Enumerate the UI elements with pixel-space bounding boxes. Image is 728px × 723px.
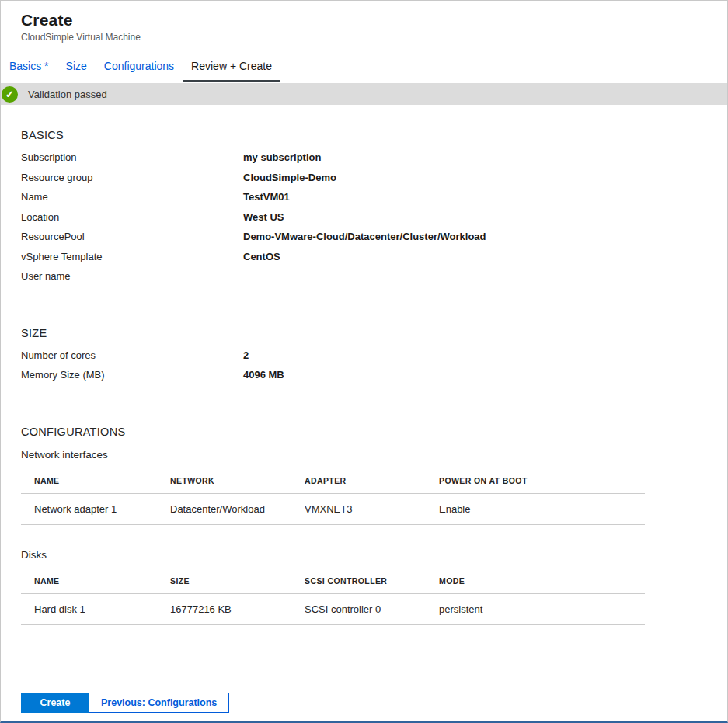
previous-configurations-button[interactable]: Previous: Configurations <box>89 693 229 713</box>
column-header-size: SIZE <box>157 565 291 594</box>
kv-label: Name <box>21 191 243 203</box>
kv-row-vsphere-template: vSphere Template CentOS <box>21 251 707 271</box>
size-list: Number of cores 2 Memory Size (MB) 4096 … <box>21 349 707 389</box>
cell-network: Datacenter/Workload <box>157 493 291 524</box>
cell-disk-mode: persistent <box>426 593 645 624</box>
tab-size[interactable]: Size <box>57 53 96 82</box>
kv-label: Location <box>21 211 243 223</box>
network-interfaces-table: NAME NETWORK ADAPTER POWER ON AT BOOT Ne… <box>21 465 645 525</box>
section-heading-configurations: CONFIGURATIONS <box>21 426 707 438</box>
kv-label: ResourcePool <box>21 231 243 242</box>
review-content: BASICS Subscription my subscription Reso… <box>1 129 727 625</box>
kv-label: Memory Size (MB) <box>21 369 243 381</box>
table-header-row: NAME NETWORK ADAPTER POWER ON AT BOOT <box>21 465 645 494</box>
kv-row-name: Name TestVM01 <box>21 191 707 211</box>
column-header-power-on-at-boot: POWER ON AT BOOT <box>426 465 645 494</box>
kv-value: my subscription <box>243 151 321 163</box>
kv-row-number-of-cores: Number of cores 2 <box>21 349 707 370</box>
create-blade: Create CloudSimple Virtual Machine Basic… <box>0 0 728 723</box>
tab-review-create[interactable]: Review + Create <box>183 53 280 82</box>
kv-value: West US <box>243 211 284 223</box>
column-header-adapter: ADAPTER <box>291 465 426 494</box>
kv-row-resourcepool: ResourcePool Demo-VMware-Cloud/Datacente… <box>21 231 707 251</box>
cell-adapter-type: VMXNET3 <box>291 493 426 524</box>
validation-banner: ✓ Validation passed <box>1 83 727 105</box>
checkmark-icon: ✓ <box>2 86 18 103</box>
table-row: Hard disk 1 16777216 KB SCSI controller … <box>21 593 645 624</box>
tab-basics[interactable]: Basics * <box>1 53 57 82</box>
section-heading-size: SIZE <box>21 327 707 339</box>
create-button[interactable]: Create <box>21 693 89 713</box>
cell-adapter-name: Network adapter 1 <box>21 493 157 524</box>
table-row: Network adapter 1 Datacenter/Workload VM… <box>21 493 645 524</box>
kv-row-memory-size: Memory Size (MB) 4096 MB <box>21 369 707 389</box>
page-subtitle: CloudSimple Virtual Machine <box>21 32 727 43</box>
tab-bar: Basics * Size Configurations Review + Cr… <box>1 53 727 82</box>
cell-disk-size: 16777216 KB <box>157 593 291 624</box>
blade-header: Create CloudSimple Virtual Machine <box>1 1 727 43</box>
footer-actions: Create Previous: Configurations <box>21 693 229 713</box>
kv-label: vSphere Template <box>21 251 243 262</box>
disks-table: NAME SIZE SCSI CONTROLLER MODE Hard disk… <box>21 565 645 625</box>
column-header-network: NETWORK <box>157 465 291 494</box>
kv-label: Subscription <box>21 151 243 163</box>
column-header-name: NAME <box>21 565 157 594</box>
kv-row-location: Location West US <box>21 211 707 231</box>
cell-scsi-controller: SCSI controller 0 <box>291 593 426 624</box>
kv-value: CloudSimple-Demo <box>243 172 336 183</box>
tab-configurations[interactable]: Configurations <box>96 53 183 82</box>
kv-label: Number of cores <box>21 349 243 361</box>
kv-value: 2 <box>243 349 249 361</box>
page-title: Create <box>21 11 727 30</box>
kv-value: 4096 MB <box>243 369 284 381</box>
kv-value: CentOS <box>243 251 280 262</box>
column-header-name: NAME <box>21 465 157 494</box>
cell-power-on: Enable <box>426 493 645 524</box>
kv-row-resource-group: Resource group CloudSimple-Demo <box>21 172 707 192</box>
kv-value: Demo-VMware-Cloud/Datacenter/Cluster/Wor… <box>243 231 486 242</box>
kv-row-subscription: Subscription my subscription <box>21 151 707 172</box>
cell-disk-name: Hard disk 1 <box>21 593 157 624</box>
section-heading-basics: BASICS <box>21 129 707 141</box>
kv-label: User name <box>21 270 243 282</box>
basics-list: Subscription my subscription Resource gr… <box>21 151 707 290</box>
kv-value: TestVM01 <box>243 191 290 203</box>
column-header-mode: MODE <box>426 565 645 594</box>
subheading-disks: Disks <box>21 549 707 561</box>
column-header-scsi-controller: SCSI CONTROLLER <box>291 565 426 594</box>
table-header-row: NAME SIZE SCSI CONTROLLER MODE <box>21 565 645 594</box>
validation-message: Validation passed <box>28 89 107 100</box>
kv-label: Resource group <box>21 172 243 183</box>
subheading-network-interfaces: Network interfaces <box>21 449 707 461</box>
kv-row-user-name: User name <box>21 270 707 290</box>
